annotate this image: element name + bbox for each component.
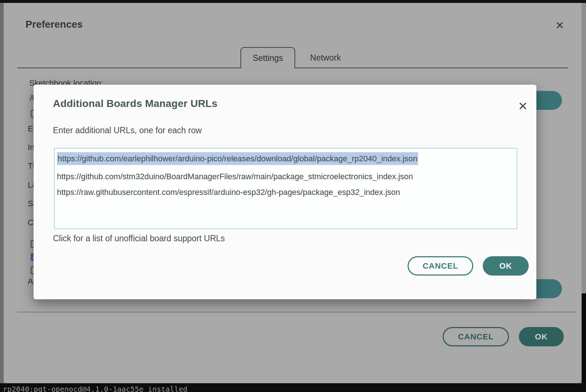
- ide-right-edge: [582, 3, 586, 293]
- boards-manager-urls-modal: Additional Boards Manager URLs ✕ Enter a…: [34, 85, 536, 299]
- url-row-2[interactable]: https://github.com/stm32duino/BoardManag…: [57, 171, 413, 182]
- url-row-3[interactable]: https://raw.githubusercontent.com/espres…: [57, 187, 400, 198]
- modal-subtitle: Enter additional URLs, one for each row: [53, 126, 202, 135]
- window-top-edge: [0, 0, 586, 3]
- ide-left-edge: [0, 3, 4, 383]
- urls-textarea[interactable]: https://github.com/earlephilhower/arduin…: [54, 148, 517, 229]
- footer-separator: [17, 312, 577, 312]
- preferences-ok-button[interactable]: OK: [519, 327, 564, 346]
- preferences-cancel-button[interactable]: CANCEL: [443, 327, 509, 346]
- tab-network[interactable]: Network: [304, 47, 347, 68]
- selected-url-text: https://github.com/earlephilhower/arduin…: [57, 152, 418, 165]
- modal-title: Additional Boards Manager URLs: [53, 98, 217, 109]
- preferences-title: Preferences: [26, 19, 83, 30]
- ide-right-edge-dark: [582, 293, 586, 392]
- modal-ok-button[interactable]: OK: [483, 256, 529, 276]
- preferences-close-icon[interactable]: ✕: [553, 19, 566, 32]
- modal-close-icon[interactable]: ✕: [516, 99, 530, 113]
- unofficial-boards-link[interactable]: Click for a list of unofficial board sup…: [53, 234, 225, 243]
- ide-console-bar: rp2040:pqt-openocd@4.1.0-1aac55e install…: [0, 383, 586, 392]
- console-output-line: rp2040:pqt-openocd@4.1.0-1aac55e install…: [3, 385, 188, 392]
- tab-settings[interactable]: Settings: [240, 47, 295, 68]
- url-row-1[interactable]: https://github.com/earlephilhower/arduin…: [57, 153, 418, 164]
- modal-cancel-button[interactable]: CANCEL: [408, 256, 473, 276]
